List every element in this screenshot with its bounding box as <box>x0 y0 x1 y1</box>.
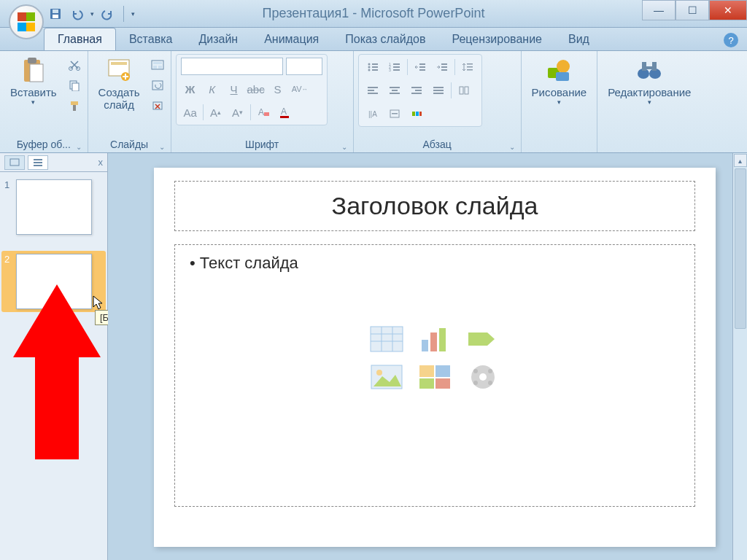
clear-formatting-button[interactable]: A <box>254 103 273 122</box>
svg-rect-63 <box>412 112 415 116</box>
format-painter-button[interactable] <box>66 98 83 114</box>
insert-media-icon[interactable] <box>462 362 503 392</box>
scroll-up-button[interactable]: ▴ <box>734 154 747 167</box>
title-placeholder[interactable]: Заголовок слайда <box>174 181 695 231</box>
tab-review[interactable]: Рецензирование <box>438 28 555 50</box>
office-button[interactable] <box>9 4 44 39</box>
tab-slideshow[interactable]: Показ слайдов <box>332 28 438 50</box>
shadow-button[interactable]: S <box>268 79 287 98</box>
font-size-combo[interactable] <box>286 58 322 75</box>
group-slides-label: Слайды <box>93 136 166 152</box>
outline-tab[interactable] <box>28 155 48 170</box>
undo-dropdown-icon[interactable]: ▾ <box>90 10 94 18</box>
minimize-button[interactable]: ― <box>642 0 676 20</box>
thumb-preview <box>16 179 92 235</box>
insert-clipart-icon[interactable] <box>414 362 455 392</box>
paste-button[interactable]: Вставить ▾ <box>4 54 63 109</box>
body-text: Текст слайда <box>190 254 680 273</box>
shrink-font-button[interactable]: A▾ <box>228 103 247 122</box>
maximize-button[interactable]: ☐ <box>676 0 709 20</box>
body-placeholder[interactable]: Текст слайда <box>174 244 695 507</box>
svg-point-95 <box>488 369 492 373</box>
svg-rect-62 <box>392 113 398 114</box>
layout-button[interactable] <box>149 57 166 73</box>
grow-font-button[interactable]: A▴ <box>206 103 225 122</box>
align-right-button[interactable] <box>407 81 426 100</box>
vertical-scrollbar[interactable]: ▴ <box>732 153 747 560</box>
qat-customize-icon[interactable]: ▾ <box>131 10 135 18</box>
delete-slide-button[interactable] <box>149 98 166 114</box>
bold-button[interactable]: Ж <box>181 79 200 98</box>
align-center-button[interactable] <box>385 81 404 100</box>
svg-rect-30 <box>372 69 378 71</box>
svg-rect-26 <box>372 63 378 65</box>
svg-point-29 <box>368 69 370 71</box>
svg-rect-42 <box>441 69 447 71</box>
underline-button[interactable]: Ч <box>225 79 244 98</box>
increase-indent-button[interactable] <box>433 58 452 77</box>
chevron-down-icon: ▾ <box>648 98 651 106</box>
svg-point-97 <box>488 381 492 385</box>
convert-smartart-button[interactable] <box>407 104 426 123</box>
tab-animation[interactable]: Анимация <box>251 28 332 50</box>
group-paragraph-label: Абзац <box>358 136 516 152</box>
insert-picture-icon[interactable] <box>366 362 407 392</box>
numbering-button[interactable]: 123 <box>385 58 404 77</box>
svg-rect-43 <box>467 63 473 65</box>
drawing-button[interactable]: Рисование ▾ <box>526 54 593 109</box>
line-spacing-button[interactable] <box>458 58 477 77</box>
tab-insert[interactable]: Вставка <box>116 28 185 50</box>
svg-rect-91 <box>436 378 450 389</box>
close-button[interactable]: ✕ <box>709 0 747 20</box>
svg-rect-51 <box>390 93 400 94</box>
align-text-button[interactable] <box>385 104 404 123</box>
tab-design[interactable]: Дизайн <box>185 28 251 50</box>
slide-thumbnail-1[interactable]: 1 <box>4 179 103 235</box>
editing-button[interactable]: Редактирование ▾ <box>602 54 697 109</box>
redo-button[interactable] <box>98 5 116 23</box>
bullets-button[interactable] <box>363 58 382 77</box>
new-slide-button[interactable]: Создать слайд <box>93 54 146 114</box>
insert-chart-icon[interactable] <box>414 324 455 354</box>
copy-button[interactable] <box>66 77 83 93</box>
insert-table-icon[interactable] <box>366 324 407 354</box>
font-color-button[interactable]: A <box>276 103 295 122</box>
editing-label: Редактирование <box>608 86 691 98</box>
svg-rect-83 <box>422 340 428 351</box>
undo-button[interactable] <box>69 5 86 23</box>
svg-rect-84 <box>430 332 437 351</box>
slide-panel: x 1 2 [Без заголовка] <box>0 153 108 560</box>
svg-rect-9 <box>72 83 79 91</box>
decrease-indent-button[interactable] <box>411 58 430 77</box>
strikethrough-button[interactable]: abc <box>247 79 266 98</box>
slides-tab[interactable] <box>4 155 25 170</box>
cut-button[interactable] <box>66 57 83 73</box>
svg-rect-45 <box>467 69 473 71</box>
slide-canvas[interactable]: Заголовок слайда Текст слайда <box>154 168 716 547</box>
slide-thumbnail-2[interactable]: 2 <box>1 251 106 312</box>
svg-text:A: A <box>281 106 287 117</box>
font-family-combo[interactable] <box>181 58 283 75</box>
help-button[interactable]: ? <box>724 33 738 47</box>
svg-rect-48 <box>368 93 378 94</box>
tab-home[interactable]: Главная <box>44 28 116 50</box>
text-direction-button[interactable]: ||A <box>363 104 382 123</box>
svg-rect-74 <box>10 159 19 166</box>
office-logo-quadrant <box>18 12 26 21</box>
reset-button[interactable] <box>149 77 166 93</box>
change-case-button[interactable]: Aa <box>181 103 200 122</box>
character-spacing-button[interactable]: AV↔ <box>290 79 309 98</box>
align-left-button[interactable] <box>363 81 382 100</box>
panel-close-button[interactable]: x <box>98 157 104 168</box>
scroll-thumb[interactable] <box>735 168 746 329</box>
svg-rect-77 <box>34 165 42 166</box>
columns-button[interactable] <box>454 81 473 100</box>
italic-button[interactable]: К <box>203 79 222 98</box>
insert-smartart-icon[interactable] <box>462 324 503 354</box>
svg-point-67 <box>557 60 570 73</box>
tab-view[interactable]: Вид <box>555 28 603 50</box>
justify-button[interactable] <box>429 81 448 100</box>
thumb-number: 2 <box>4 254 13 265</box>
svg-rect-36 <box>393 69 400 71</box>
save-button[interactable] <box>47 5 64 23</box>
